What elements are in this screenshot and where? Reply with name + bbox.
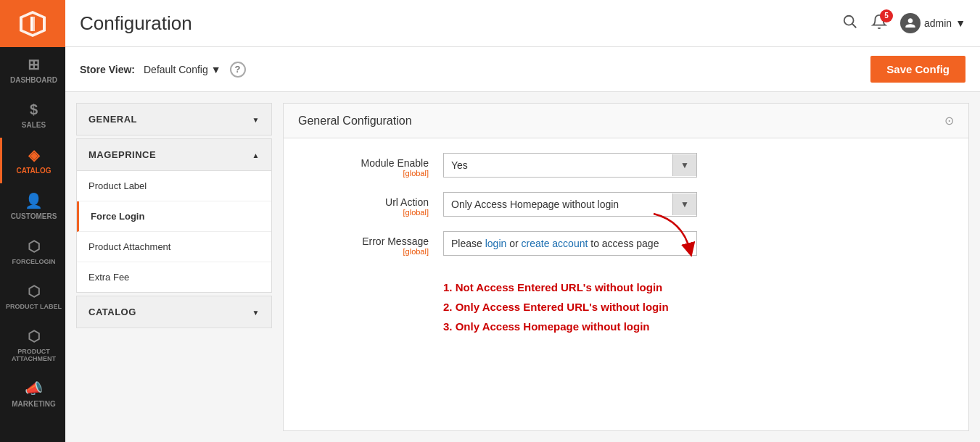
admin-dropdown-icon: ▼ bbox=[955, 17, 965, 29]
form-row-module-enable: Module Enable [global] Yes No ▼ bbox=[298, 153, 947, 178]
productattachment-icon: ⬡ bbox=[28, 328, 40, 345]
sidebar-item-productattachment[interactable]: ⬡ PRODUCT ATTACHMENT bbox=[0, 319, 65, 371]
chevron-down-icon-catalog bbox=[252, 307, 260, 317]
sidebar-item-product-label[interactable]: Product Label bbox=[77, 171, 271, 201]
collapse-button[interactable]: ⊙ bbox=[944, 114, 954, 128]
sidebar-item-label: MARKETING bbox=[12, 400, 56, 408]
admin-label: admin bbox=[924, 17, 952, 29]
sidebar-item-dashboard[interactable]: ⊞ DASHBOARD bbox=[0, 47, 65, 93]
mageprince-items: Product Label Force Login Product Attach… bbox=[76, 171, 272, 293]
module-enable-select[interactable]: Yes No bbox=[444, 154, 672, 177]
sidebar-item-force-login[interactable]: Force Login bbox=[77, 201, 271, 232]
sidebar-item-label: CATALOG bbox=[17, 167, 52, 175]
storeview-value: Default Config bbox=[144, 64, 208, 75]
section-catalog-label: CATALOG bbox=[88, 307, 136, 317]
form-row-url-action: Url Action [global] Not Access Entered U… bbox=[298, 192, 947, 217]
topbar: Configuration 5 bbox=[65, 0, 980, 47]
dashboard-icon: ⊞ bbox=[28, 56, 40, 73]
sidebar-item-label: PRODUCT ATTACHMENT bbox=[6, 348, 62, 362]
svg-rect-2 bbox=[30, 17, 33, 31]
save-config-button[interactable]: Save Config bbox=[870, 56, 965, 83]
right-panel: General Configuration ⊙ Module Enable [g… bbox=[283, 103, 969, 431]
module-enable-select-wrap: Yes No ▼ bbox=[443, 153, 697, 178]
avatar bbox=[900, 13, 921, 33]
tooltip-list: 1. Not Access Entered URL's without logi… bbox=[443, 281, 947, 333]
content-area: GENERAL MAGEPRINCE Product Label Force L… bbox=[65, 92, 980, 442]
section-mageprince-label: MAGEPRINCE bbox=[88, 149, 156, 160]
section-catalog-header[interactable]: CATALOG bbox=[76, 296, 272, 328]
section-mageprince-header[interactable]: MAGEPRINCE bbox=[76, 138, 272, 171]
sidebar-item-marketing[interactable]: 📣 MARKETING bbox=[0, 371, 65, 417]
url-action-label: Url Action bbox=[385, 196, 429, 208]
error-message-label: Error Message bbox=[362, 235, 429, 247]
sidebar-item-label: FORCELOGIN bbox=[12, 258, 56, 265]
storeview-bar: Store View: Default Config ▼ ? Save Conf… bbox=[65, 47, 980, 92]
productlabel-icon: ⬡ bbox=[28, 283, 40, 300]
storeview-dropdown-icon: ▼ bbox=[211, 64, 221, 75]
tooltip-item-3: 3. Only Access Homepage without login bbox=[443, 320, 947, 333]
svg-rect-3 bbox=[33, 17, 35, 31]
help-button[interactable]: ? bbox=[230, 62, 246, 78]
sidebar-item-catalog[interactable]: ◈ CATALOG bbox=[0, 138, 65, 183]
storeview-label: Store View: bbox=[80, 64, 135, 75]
topbar-right: 5 admin ▼ bbox=[842, 13, 965, 33]
storeview-select[interactable]: Default Config ▼ bbox=[144, 64, 221, 75]
help-text: ? bbox=[235, 64, 241, 75]
sidebar: ⊞ DASHBOARD $ SALES ◈ CATALOG 👤 CUSTOMER… bbox=[0, 0, 65, 442]
module-enable-label: Module Enable bbox=[361, 157, 429, 169]
panel-header: General Configuration ⊙ bbox=[284, 104, 968, 138]
svg-line-5 bbox=[852, 23, 857, 28]
customers-icon: 👤 bbox=[25, 192, 43, 209]
notification-badge: 5 bbox=[880, 9, 893, 22]
main-content: Configuration 5 bbox=[65, 0, 980, 442]
login-link[interactable]: login bbox=[485, 238, 507, 249]
page-title: Configuration bbox=[80, 12, 192, 35]
svg-point-4 bbox=[844, 15, 854, 25]
module-enable-scope: [global] bbox=[298, 169, 429, 178]
sidebar-item-productlabel[interactable]: ⬡ PRODUCT LABEL bbox=[0, 274, 65, 319]
chevron-down-icon bbox=[252, 114, 260, 125]
catalog-icon: ◈ bbox=[28, 146, 39, 164]
url-action-scope: [global] bbox=[298, 208, 429, 217]
sidebar-item-label: DASHBOARD bbox=[10, 76, 57, 84]
tooltip-list-row: 1. Not Access Entered URL's without logi… bbox=[298, 270, 947, 340]
sidebar-item-label: CUSTOMERS bbox=[11, 212, 57, 220]
search-button[interactable] bbox=[842, 14, 858, 33]
tooltip-item-1: 1. Not Access Entered URL's without logi… bbox=[443, 281, 947, 293]
tooltip-item-2: 2. Only Access Entered URL's without log… bbox=[443, 301, 947, 313]
left-panel: GENERAL MAGEPRINCE Product Label Force L… bbox=[76, 103, 272, 431]
sidebar-item-sales[interactable]: $ SALES bbox=[0, 93, 65, 138]
section-general-header[interactable]: GENERAL bbox=[76, 103, 272, 135]
sidebar-logo bbox=[0, 0, 65, 47]
form-row-error-message: Error Message [global] Please login or c… bbox=[298, 231, 947, 256]
error-message-scope: [global] bbox=[298, 247, 429, 256]
sidebar-item-label: PRODUCT LABEL bbox=[6, 303, 62, 310]
sidebar-item-forcelogin[interactable]: ⬡ FORCELOGIN bbox=[0, 229, 65, 274]
red-arrow-annotation bbox=[646, 207, 704, 264]
forcelogin-icon: ⬡ bbox=[28, 238, 40, 255]
sidebar-item-product-attachment[interactable]: Product Attachment bbox=[77, 232, 271, 262]
chevron-up-icon bbox=[252, 149, 260, 160]
sidebar-item-customers[interactable]: 👤 CUSTOMERS bbox=[0, 183, 65, 229]
admin-menu[interactable]: admin ▼ bbox=[900, 13, 965, 33]
module-enable-arrow: ▼ bbox=[672, 154, 696, 176]
section-general-label: GENERAL bbox=[88, 114, 137, 125]
create-account-link[interactable]: create account bbox=[522, 238, 588, 249]
url-action-select[interactable]: Not Access Entered URL's without login O… bbox=[444, 193, 672, 216]
config-form: Module Enable [global] Yes No ▼ bbox=[284, 138, 968, 369]
panel-title: General Configuration bbox=[298, 114, 412, 128]
sales-icon: $ bbox=[30, 101, 38, 118]
storeview-left: Store View: Default Config ▼ ? bbox=[80, 62, 246, 78]
notifications-button[interactable]: 5 bbox=[871, 14, 887, 33]
sidebar-item-extra-fee[interactable]: Extra Fee bbox=[77, 262, 271, 292]
marketing-icon: 📣 bbox=[25, 380, 43, 397]
sidebar-item-label: SALES bbox=[22, 121, 46, 129]
